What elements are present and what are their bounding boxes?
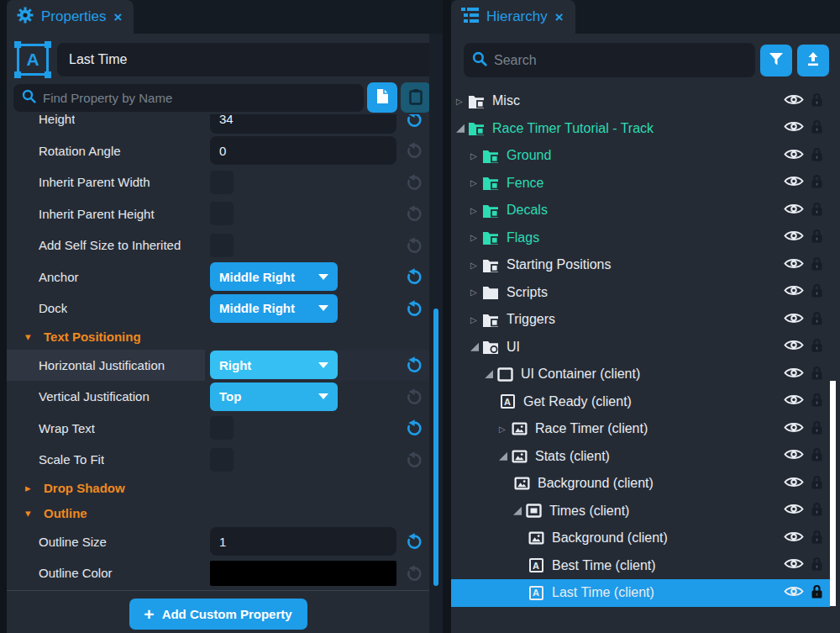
expand-arrow-icon[interactable]: ▷ [470, 233, 482, 242]
collapse-arrow-icon[interactable] [485, 370, 493, 378]
entity-name-field[interactable]: Last Time [57, 43, 435, 76]
visibility-eye-icon[interactable] [784, 367, 804, 382]
property-dropdown[interactable]: Right [210, 351, 338, 379]
property-section-expanded[interactable]: ▾Outline [7, 501, 429, 526]
property-dropdown[interactable]: Top [210, 382, 338, 411]
expand-arrow-icon[interactable]: ▷ [470, 206, 482, 215]
visibility-eye-icon[interactable] [784, 339, 804, 355]
expand-arrow-icon[interactable]: ▷ [470, 178, 482, 187]
tree-item[interactable]: ▷Flags [451, 224, 830, 252]
lock-icon[interactable] [811, 584, 822, 602]
reset-property-icon[interactable] [406, 268, 423, 285]
property-section-expanded[interactable]: ▾Text Positioning [7, 324, 429, 350]
lock-icon[interactable] [811, 119, 822, 137]
expand-arrow-icon[interactable]: ▷ [470, 287, 482, 297]
lock-icon[interactable] [811, 174, 822, 192]
property-checkbox[interactable] [210, 171, 234, 194]
reset-property-icon[interactable] [406, 533, 423, 550]
tree-item[interactable]: ▷Misc [451, 87, 830, 115]
tree-item[interactable]: AGet Ready (client) [451, 388, 830, 416]
visibility-eye-icon[interactable] [784, 257, 804, 273]
tree-item[interactable]: Stats (client) [451, 443, 830, 471]
add-custom-property-button[interactable]: + Add Custom Property [129, 599, 307, 630]
close-icon[interactable]: × [113, 10, 122, 24]
visibility-eye-icon[interactable] [784, 476, 804, 492]
tree-item[interactable]: ▷Race Timer (client) [451, 415, 830, 443]
visibility-eye-icon[interactable] [784, 203, 804, 219]
lock-icon[interactable] [811, 447, 822, 465]
tree-item[interactable]: Background (client) [451, 470, 830, 498]
property-checkbox[interactable] [210, 448, 234, 472]
visibility-eye-icon[interactable] [784, 93, 804, 109]
expand-arrow-icon[interactable]: ▷ [470, 315, 482, 324]
tree-item[interactable]: ▷Decals [451, 197, 830, 224]
lock-icon[interactable] [811, 530, 822, 547]
tab-properties[interactable]: Properties × [7, 0, 134, 34]
reset-property-icon[interactable] [406, 356, 423, 373]
lock-icon[interactable] [811, 393, 822, 410]
tab-hierarchy[interactable]: Hierarchy × [451, 0, 575, 34]
tree-item[interactable]: ▷Starting Positions [451, 251, 830, 279]
tree-item[interactable]: ▷Triggers [451, 306, 830, 334]
property-dropdown[interactable]: Middle Right [210, 294, 338, 323]
visibility-eye-icon[interactable] [784, 530, 804, 546]
property-color-swatch[interactable] [210, 561, 396, 586]
lock-icon[interactable] [811, 202, 822, 219]
tree-item[interactable]: ▷Scripts [451, 279, 830, 307]
visibility-eye-icon[interactable] [784, 448, 804, 464]
visibility-eye-icon[interactable] [784, 421, 804, 437]
lock-icon[interactable] [811, 283, 822, 301]
expand-arrow-icon[interactable]: ▷ [456, 97, 468, 106]
lock-icon[interactable] [811, 366, 822, 383]
reset-property-icon[interactable] [406, 300, 423, 317]
paste-properties-button[interactable] [401, 82, 431, 113]
expand-arrow-icon[interactable]: ▷ [470, 261, 482, 270]
property-text-input[interactable]: 1 [210, 527, 396, 556]
close-icon[interactable]: × [555, 10, 564, 24]
visibility-eye-icon[interactable] [784, 557, 804, 573]
visibility-eye-icon[interactable] [784, 229, 804, 245]
lock-icon[interactable] [811, 338, 822, 356]
tree-item[interactable]: ALast Time (client) [451, 579, 830, 607]
visibility-eye-icon[interactable] [784, 393, 804, 409]
tree-item[interactable]: Background (client) [451, 525, 830, 552]
tree-item[interactable]: ▷Fence [451, 170, 830, 198]
expand-arrow-icon[interactable]: ▷ [499, 425, 511, 434]
lock-icon[interactable] [811, 92, 822, 110]
property-search-input[interactable]: Find Property by Name [13, 84, 364, 112]
property-section-collapsed[interactable]: ▸Drop Shadow [7, 476, 429, 501]
property-dropdown[interactable]: Middle Right [210, 262, 338, 291]
lock-icon[interactable] [811, 557, 822, 574]
property-checkbox[interactable] [210, 202, 234, 225]
visibility-eye-icon[interactable] [784, 312, 804, 328]
visibility-eye-icon[interactable] [784, 284, 804, 300]
hierarchy-scrollbar-thumb[interactable] [830, 381, 836, 606]
visibility-eye-icon[interactable] [784, 148, 804, 164]
property-text-input[interactable]: 0 [210, 136, 396, 165]
visibility-eye-icon[interactable] [784, 585, 804, 601]
collapse-arrow-icon[interactable] [513, 507, 522, 515]
lock-icon[interactable] [811, 256, 822, 274]
visibility-eye-icon[interactable] [784, 120, 804, 136]
tree-item[interactable]: UI Container (client) [451, 361, 830, 388]
hierarchy-search-input[interactable]: Search [464, 43, 755, 77]
copy-properties-button[interactable] [367, 82, 397, 113]
properties-scrollbar-track[interactable] [429, 34, 443, 633]
properties-scroll-area[interactable]: Height34Rotation Angle0Inherit Parent Wi… [7, 114, 443, 590]
lock-icon[interactable] [811, 502, 822, 520]
property-text-input[interactable]: 34 [210, 114, 396, 134]
tree-item[interactable]: Race Timer Tutorial - Track [451, 115, 830, 143]
reset-property-icon[interactable] [406, 419, 423, 436]
tree-item[interactable]: UI [451, 334, 830, 361]
collapse-arrow-icon[interactable] [456, 124, 465, 133]
properties-scrollbar-thumb[interactable] [433, 309, 438, 586]
lock-icon[interactable] [811, 475, 822, 493]
property-checkbox[interactable] [210, 234, 234, 257]
expand-arrow-icon[interactable]: ▷ [470, 151, 482, 161]
tree-item[interactable]: ▷Ground [451, 142, 830, 170]
lock-icon[interactable] [811, 229, 822, 246]
lock-icon[interactable] [811, 311, 822, 329]
collapse-arrow-icon[interactable] [470, 343, 479, 351]
tree-item[interactable]: Times (client) [451, 498, 830, 525]
filter-button[interactable] [760, 45, 792, 76]
